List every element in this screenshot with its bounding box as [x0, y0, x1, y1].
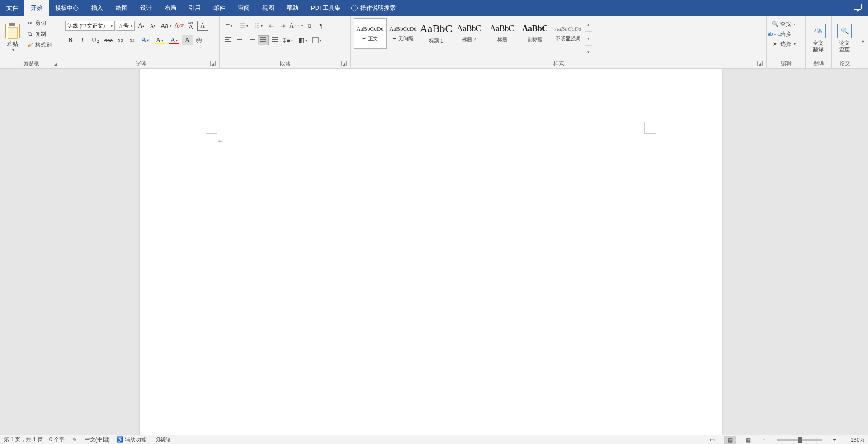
- grow-font-button[interactable]: A▴: [136, 21, 146, 31]
- change-case-button[interactable]: Aa▾: [159, 21, 173, 31]
- show-marks-button[interactable]: ¶: [316, 21, 326, 31]
- font-color-button[interactable]: A▾: [167, 35, 181, 45]
- underline-button[interactable]: U▾: [89, 35, 102, 45]
- style-preview: AaBbCcDd: [389, 25, 417, 33]
- character-shading-button[interactable]: A: [182, 35, 193, 45]
- align-justify-button[interactable]: [258, 35, 269, 45]
- paragraph-group-label: 段落: [222, 60, 348, 67]
- tell-me-search[interactable]: 操作说明搜索: [351, 0, 396, 16]
- styles-gallery[interactable]: AaBbCcDd↵ 正文AaBbCcDd↵ 无间隔AaBbC标题 1AaBbC标…: [354, 18, 764, 59]
- select-label: 选择: [780, 40, 791, 48]
- collapse-ribbon-button[interactable]: ^: [858, 16, 868, 68]
- shrink-font-button[interactable]: A▾: [147, 21, 158, 31]
- subscript-button[interactable]: x2: [115, 35, 126, 45]
- review-tab[interactable]: 审阅: [231, 0, 256, 16]
- style-label: ↵ 无间隔: [393, 35, 413, 42]
- insert-tab[interactable]: 插入: [85, 0, 109, 16]
- clear-formatting-button[interactable]: A⌫: [174, 21, 184, 31]
- align-left-button[interactable]: [222, 35, 233, 45]
- style-item-5[interactable]: AaBbC副标题: [519, 18, 552, 49]
- text-effects-button[interactable]: A▾: [138, 35, 152, 45]
- bold-button[interactable]: B: [65, 35, 76, 45]
- styles-launcher[interactable]: ◢: [757, 61, 763, 66]
- comments-icon[interactable]: [854, 4, 862, 10]
- copy-label: 复制: [35, 30, 46, 38]
- help-tab[interactable]: 帮助: [280, 0, 305, 16]
- multilevel-list-button[interactable]: ☷▾: [251, 21, 265, 31]
- copy-button[interactable]: ⧉ 复制: [24, 29, 53, 39]
- document-page[interactable]: ↵: [140, 69, 722, 435]
- style-item-4[interactable]: AaBbC标题: [486, 18, 519, 49]
- font-launcher[interactable]: ◢: [210, 61, 216, 66]
- zoom-slider-thumb[interactable]: [798, 437, 802, 443]
- print-layout-button[interactable]: ▤: [724, 436, 736, 444]
- styles-more-button[interactable]: ▾: [585, 46, 592, 59]
- enclose-characters-button[interactable]: ㊕: [193, 35, 204, 45]
- line-spacing-button[interactable]: ‡≡▾: [281, 35, 295, 45]
- references-tab[interactable]: 引用: [183, 0, 207, 16]
- format-painter-button[interactable]: 🖌 格式刷: [24, 40, 53, 50]
- zoom-level[interactable]: 130%: [844, 437, 864, 443]
- tell-me-label: 操作说明搜索: [360, 4, 396, 12]
- layout-tab[interactable]: 布局: [158, 0, 183, 16]
- file-tab[interactable]: 文件: [0, 0, 24, 16]
- character-border-button[interactable]: A: [197, 21, 208, 31]
- template-tab[interactable]: 模板中心: [49, 0, 85, 16]
- zoom-in-button[interactable]: +: [831, 437, 838, 443]
- sort-button[interactable]: ⇅: [304, 21, 315, 31]
- styles-scroll-button[interactable]: ▴: [585, 18, 592, 32]
- borders-button[interactable]: ▾: [310, 35, 324, 45]
- style-item-3[interactable]: AaBbC标题 2: [453, 18, 486, 49]
- view-tab[interactable]: 视图: [256, 0, 280, 16]
- style-item-6[interactable]: AaBbCcDd不明显强调: [552, 18, 585, 49]
- document-area[interactable]: ↵: [0, 69, 868, 435]
- paste-button[interactable]: 粘贴 ▾: [3, 18, 23, 58]
- align-center-button[interactable]: [234, 35, 245, 45]
- mail-tab[interactable]: 邮件: [207, 0, 231, 16]
- replace-button[interactable]: ab↔ac 替换: [769, 29, 793, 39]
- draw-tab[interactable]: 绘图: [109, 0, 134, 16]
- font-name-combo[interactable]: 等线 (中文正文) ▾: [65, 21, 115, 31]
- decrease-indent-button[interactable]: ⇤: [266, 21, 277, 31]
- italic-button[interactable]: I: [77, 35, 88, 45]
- find-button[interactable]: 🔍 查找 ▾: [769, 19, 797, 29]
- shading-button[interactable]: ◧▾: [296, 35, 309, 45]
- highlight-button[interactable]: A▾: [153, 35, 166, 45]
- translate-button[interactable]: a|あ 全文 翻译: [808, 18, 828, 58]
- language-status[interactable]: 中文(中国): [85, 436, 110, 444]
- superscript-button[interactable]: x2: [127, 35, 137, 45]
- distributed-button[interactable]: [269, 35, 280, 45]
- web-layout-button[interactable]: ▦: [742, 436, 754, 444]
- styles-scroll-button[interactable]: ▾: [585, 32, 592, 45]
- numbering-button[interactable]: ☰▾: [237, 21, 250, 31]
- asian-layout-button[interactable]: A↔▾: [289, 21, 303, 31]
- page-number-status[interactable]: 第 1 页，共 1 页: [4, 436, 43, 444]
- font-size-combo[interactable]: 五号 ▾: [116, 21, 135, 31]
- thesis-check-button[interactable]: 🔍 论文 查重: [835, 18, 854, 58]
- word-count-status[interactable]: 0 个字: [49, 436, 65, 444]
- style-preview: AaBbC: [522, 24, 548, 33]
- strikethrough-button[interactable]: abc: [103, 35, 114, 45]
- increase-indent-button[interactable]: ⇥: [278, 21, 288, 31]
- read-mode-button[interactable]: ▭: [706, 436, 718, 444]
- phonetic-guide-button[interactable]: wènA: [185, 21, 196, 31]
- paragraph-launcher[interactable]: ◢: [341, 61, 347, 66]
- style-item-2[interactable]: AaBbC标题 1: [420, 18, 453, 49]
- copy-icon: ⧉: [26, 30, 33, 38]
- design-tab[interactable]: 设计: [134, 0, 158, 16]
- align-right-button[interactable]: [246, 35, 257, 45]
- cut-button[interactable]: ✂ 剪切: [24, 18, 53, 28]
- clipboard-launcher[interactable]: ◢: [53, 61, 58, 66]
- zoom-out-button[interactable]: −: [760, 437, 768, 443]
- style-preview: AaBbCcDd: [356, 25, 384, 33]
- home-tab[interactable]: 开始: [24, 0, 49, 16]
- select-button[interactable]: ➤ 选择 ▾: [769, 39, 797, 49]
- bullets-button[interactable]: ≡▾: [222, 21, 236, 31]
- style-item-0[interactable]: AaBbCcDd↵ 正文: [354, 18, 387, 49]
- accessibility-status[interactable]: ♿辅助功能: 一切就绪: [116, 436, 171, 444]
- zoom-slider[interactable]: [777, 439, 822, 441]
- style-item-1[interactable]: AaBbCcDd↵ 无间隔: [387, 18, 420, 49]
- spellcheck-icon[interactable]: ✎: [71, 436, 78, 444]
- pdf-tab[interactable]: PDF工具集: [305, 0, 347, 16]
- menu-bar: 文件 开始 模板中心 插入 绘图 设计 布局 引用 邮件 审阅 视图 帮助 PD…: [0, 0, 868, 16]
